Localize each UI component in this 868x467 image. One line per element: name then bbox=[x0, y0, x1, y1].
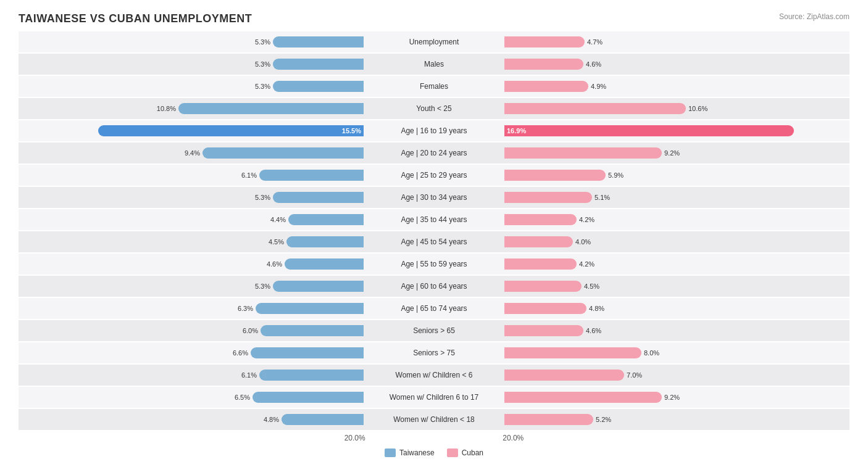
right-section: 4.5% bbox=[502, 281, 849, 292]
right-value: 10.6% bbox=[688, 105, 707, 112]
left-value: 15.5% bbox=[342, 127, 361, 134]
bar-right bbox=[504, 281, 582, 292]
left-section: 4.5% bbox=[19, 236, 366, 247]
left-section: 5.3% bbox=[19, 192, 366, 203]
bar-left bbox=[285, 258, 364, 270]
right-value: 4.9% bbox=[591, 83, 606, 90]
legend: Taiwanese Cuban bbox=[19, 448, 849, 457]
bar-right bbox=[504, 325, 583, 336]
legend-taiwanese: Taiwanese bbox=[385, 448, 435, 457]
chart-row: 5.3% Age | 30 to 34 years 5.1% bbox=[19, 187, 849, 208]
chart-row: 10.8% Youth < 25 10.6% bbox=[19, 98, 849, 119]
bar-left bbox=[288, 214, 364, 225]
bar-right: 16.9% bbox=[504, 125, 794, 136]
left-value: 6.3% bbox=[238, 305, 253, 312]
right-section: 10.6% bbox=[502, 103, 849, 114]
right-section: 4.0% bbox=[502, 236, 849, 247]
chart-row: 5.3% Unemployment 4.7% bbox=[19, 31, 849, 52]
row-label: Women w/ Children < 6 bbox=[366, 371, 502, 379]
legend-taiwanese-label: Taiwanese bbox=[399, 448, 435, 457]
bar-right bbox=[504, 59, 583, 70]
left-value: 4.5% bbox=[269, 238, 284, 246]
bar-right bbox=[504, 414, 593, 425]
left-section: 6.0% bbox=[19, 325, 366, 336]
right-value: 4.6% bbox=[586, 60, 601, 68]
bar-right bbox=[504, 103, 686, 114]
bar-right bbox=[504, 236, 573, 247]
right-value: 4.0% bbox=[575, 238, 591, 246]
left-section: 5.3% bbox=[19, 281, 366, 292]
right-section: 5.1% bbox=[502, 192, 849, 203]
left-value: 6.1% bbox=[241, 172, 257, 179]
left-section: 5.3% bbox=[19, 36, 366, 48]
right-value: 4.5% bbox=[584, 283, 599, 290]
bar-left bbox=[286, 236, 364, 247]
bar-left bbox=[178, 103, 364, 114]
left-value: 5.3% bbox=[255, 283, 270, 290]
right-value: 4.2% bbox=[579, 260, 595, 268]
right-value: 7.0% bbox=[627, 371, 642, 379]
chart-row: 4.4% Age | 35 to 44 years 4.2% bbox=[19, 209, 849, 230]
left-section: 4.8% bbox=[19, 414, 366, 425]
bar-left bbox=[202, 147, 364, 159]
left-section: 4.6% bbox=[19, 258, 366, 270]
bar-right bbox=[504, 370, 624, 381]
bar-left bbox=[273, 281, 364, 292]
right-section: 4.7% bbox=[502, 36, 849, 48]
chart-row: 4.6% Age | 55 to 59 years 4.2% bbox=[19, 254, 849, 275]
chart-row: 5.3% Age | 60 to 64 years 4.5% bbox=[19, 276, 849, 297]
right-value: 16.9% bbox=[507, 127, 526, 134]
left-value: 4.4% bbox=[270, 216, 286, 223]
left-value: 9.4% bbox=[185, 149, 200, 157]
bar-left bbox=[252, 392, 364, 403]
right-section: 4.2% bbox=[502, 258, 849, 270]
right-section: 9.2% bbox=[502, 392, 849, 403]
chart-row: 6.5% Women w/ Children 6 to 17 9.2% bbox=[19, 387, 849, 408]
legend-cuban-label: Cuban bbox=[462, 448, 483, 457]
left-value: 10.8% bbox=[157, 105, 176, 112]
row-label: Women w/ Children < 18 bbox=[366, 415, 502, 424]
row-label: Age | 45 to 54 years bbox=[366, 238, 502, 246]
row-label: Age | 60 to 64 years bbox=[366, 282, 502, 291]
bar-left bbox=[256, 303, 364, 314]
right-section: 4.9% bbox=[502, 81, 849, 92]
bar-right bbox=[504, 36, 585, 48]
chart-row: 6.1% Age | 25 to 29 years 5.9% bbox=[19, 165, 849, 186]
left-value: 5.3% bbox=[255, 38, 270, 46]
right-section: 5.9% bbox=[502, 170, 849, 181]
bar-left bbox=[259, 170, 364, 181]
left-value: 5.3% bbox=[255, 194, 270, 201]
source-label: Source: ZipAtlas.com bbox=[779, 12, 849, 21]
row-label: Age | 16 to 19 years bbox=[366, 126, 502, 135]
bar-left bbox=[273, 59, 364, 70]
chart-container: TAIWANESE VS CUBAN UNEMPLOYMENT Source: … bbox=[0, 0, 868, 467]
right-section: 7.0% bbox=[502, 370, 849, 381]
row-label: Seniors > 65 bbox=[366, 326, 502, 335]
row-label: Age | 65 to 74 years bbox=[366, 304, 502, 313]
bar-right bbox=[504, 170, 606, 181]
right-section: 4.2% bbox=[502, 214, 849, 225]
left-section: 6.6% bbox=[19, 347, 366, 358]
left-section: 15.5% bbox=[19, 125, 366, 136]
bar-left bbox=[261, 325, 364, 336]
bar-right bbox=[504, 303, 586, 314]
left-section: 10.8% bbox=[19, 103, 366, 114]
chart-row: 4.8% Women w/ Children < 18 5.2% bbox=[19, 409, 849, 430]
chart-row: 5.3% Males 4.6% bbox=[19, 54, 849, 75]
bar-right bbox=[504, 258, 577, 270]
bar-right bbox=[504, 347, 641, 358]
right-value: 5.1% bbox=[595, 194, 610, 201]
right-section: 4.6% bbox=[502, 59, 849, 70]
chart-row: 6.3% Age | 65 to 74 years 4.8% bbox=[19, 298, 849, 319]
row-label: Age | 55 to 59 years bbox=[366, 260, 502, 268]
row-label: Age | 30 to 34 years bbox=[366, 193, 502, 202]
left-value: 5.3% bbox=[255, 60, 270, 68]
row-label: Women w/ Children 6 to 17 bbox=[366, 393, 502, 402]
chart-row: 6.6% Seniors > 75 8.0% bbox=[19, 342, 849, 363]
right-value: 4.2% bbox=[579, 216, 595, 223]
right-value: 9.2% bbox=[664, 394, 680, 401]
right-value: 4.6% bbox=[586, 327, 601, 334]
left-value: 6.6% bbox=[233, 349, 248, 357]
right-value: 8.0% bbox=[644, 349, 659, 357]
chart-row: 15.5% Age | 16 to 19 years 16.9% bbox=[19, 120, 849, 141]
